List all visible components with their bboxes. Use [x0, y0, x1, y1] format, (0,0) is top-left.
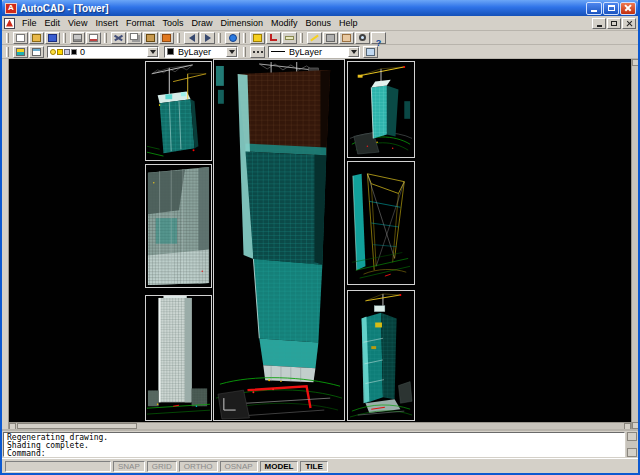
- menu-dimension[interactable]: Dimension: [216, 16, 267, 30]
- copy-button[interactable]: [127, 32, 142, 44]
- scroll-down-button[interactable]: [632, 422, 639, 429]
- pan-button[interactable]: [339, 32, 354, 44]
- distance-icon: [285, 36, 294, 40]
- menu-insert[interactable]: Insert: [91, 16, 122, 30]
- status-toggle-model[interactable]: MODEL: [260, 461, 299, 472]
- status-toggle-ortho[interactable]: ORTHO: [179, 461, 218, 472]
- child-close-button[interactable]: [622, 18, 636, 29]
- dropdown-arrow-icon[interactable]: [147, 47, 158, 57]
- command-scroll-up-button[interactable]: [627, 432, 637, 441]
- layer-control-dropdown[interactable]: 0: [47, 46, 159, 58]
- docked-toolbar-edge: [2, 59, 9, 429]
- toolbar-grip: [243, 47, 246, 57]
- aerial-button[interactable]: [323, 32, 338, 44]
- command-window[interactable]: Regenerating drawing.Shading complete.Co…: [2, 429, 638, 458]
- close-button[interactable]: [620, 2, 636, 15]
- viewport-middle-right[interactable]: [347, 161, 415, 285]
- command-line-text: Regenerating drawing.: [7, 434, 621, 442]
- redo-icon: [205, 34, 211, 42]
- toolbar-grip: [300, 33, 303, 43]
- linetype-control-dropdown[interactable]: ByLayer: [268, 46, 360, 58]
- child-restore-button[interactable]: [607, 18, 621, 29]
- standard-toolbar: [2, 31, 638, 45]
- menu-items: FileEditViewInsertFormatToolsDrawDimensi…: [18, 16, 362, 30]
- linetype-button[interactable]: [250, 46, 265, 58]
- maximize-button[interactable]: [603, 2, 619, 15]
- status-toggle-osnap[interactable]: OSNAP: [220, 461, 258, 472]
- drawing-window-icon[interactable]: [4, 18, 15, 29]
- linetype-icon: [253, 51, 263, 53]
- drawing-area[interactable]: [9, 59, 631, 429]
- spell-icon: [89, 34, 98, 42]
- vertical-scrollbar[interactable]: [631, 59, 638, 429]
- menu-draw[interactable]: Draw: [187, 16, 216, 30]
- child-minimize-icon: [597, 25, 602, 27]
- browser-button[interactable]: [225, 32, 240, 44]
- title-bar[interactable]: AutoCAD - [Tower]: [2, 0, 638, 16]
- help-button[interactable]: [371, 32, 386, 44]
- spell-button[interactable]: [86, 32, 101, 44]
- make-layer-current-button[interactable]: [13, 46, 28, 58]
- paste-button[interactable]: [143, 32, 158, 44]
- scroll-left-button[interactable]: [9, 423, 16, 429]
- viewport-bottom-left[interactable]: [145, 295, 212, 421]
- print-icon: [73, 34, 82, 42]
- child-close-icon: [626, 20, 633, 27]
- menu-format[interactable]: Format: [122, 16, 159, 30]
- redraw-button[interactable]: [307, 32, 322, 44]
- distance-button[interactable]: [282, 32, 297, 44]
- zoom-icon: [359, 34, 366, 41]
- ucs-button[interactable]: [266, 32, 281, 44]
- coordinate-display: [5, 461, 111, 472]
- menu-tools[interactable]: Tools: [158, 16, 187, 30]
- command-scroll-down-button[interactable]: [627, 448, 637, 457]
- child-minimize-button[interactable]: [592, 18, 606, 29]
- menu-view[interactable]: View: [64, 16, 91, 30]
- status-toggle-snap[interactable]: SNAP: [113, 461, 145, 472]
- open-button[interactable]: [29, 32, 44, 44]
- command-scrollbar[interactable]: [626, 432, 637, 457]
- cut-button[interactable]: [111, 32, 126, 44]
- object-properties-toolbar: 0 ByLayer ByLayer: [2, 45, 638, 59]
- osnap-button[interactable]: [250, 32, 265, 44]
- color-control-dropdown[interactable]: ByLayer: [164, 46, 238, 58]
- status-toggle-grid[interactable]: GRID: [147, 461, 177, 472]
- viewport-middle-left[interactable]: [145, 164, 212, 288]
- menu-modify[interactable]: Modify: [267, 16, 302, 30]
- match-button[interactable]: [159, 32, 174, 44]
- scroll-right-button[interactable]: [624, 423, 631, 429]
- status-toggle-tile[interactable]: TILE: [300, 461, 327, 472]
- current-layer-name: 0: [78, 47, 147, 57]
- autocad-app-icon[interactable]: [5, 3, 17, 14]
- horizontal-scrollbar[interactable]: [9, 422, 631, 429]
- dropdown-arrow-icon[interactable]: [226, 47, 237, 57]
- command-history[interactable]: Regenerating drawing.Shading complete.Co…: [3, 432, 625, 457]
- menu-bonus[interactable]: Bonus: [302, 16, 336, 30]
- close-icon: [624, 4, 632, 12]
- current-linetype-sample: [271, 51, 285, 52]
- redo-button[interactable]: [200, 32, 215, 44]
- save-button[interactable]: [45, 32, 60, 44]
- layer-lock-icon: [64, 49, 70, 55]
- new-button[interactable]: [13, 32, 28, 44]
- maximize-icon: [608, 5, 615, 11]
- viewport-bottom-right[interactable]: [347, 290, 415, 421]
- zoom-button[interactable]: [355, 32, 370, 44]
- print-button[interactable]: [70, 32, 85, 44]
- undo-button[interactable]: [184, 32, 199, 44]
- minimize-button[interactable]: [586, 2, 602, 15]
- menu-help[interactable]: Help: [335, 16, 362, 30]
- scroll-up-button[interactable]: [632, 59, 639, 66]
- viewport-top-right[interactable]: [347, 61, 415, 158]
- scroll-thumb[interactable]: [17, 423, 137, 429]
- layers-button[interactable]: [29, 46, 44, 58]
- viewport-center-main[interactable]: [213, 59, 345, 421]
- layers-icon: [32, 48, 41, 56]
- dropdown-arrow-icon[interactable]: [348, 47, 359, 57]
- autocad-window: AutoCAD - [Tower] FileEditViewInsertForm…: [0, 0, 640, 475]
- viewport-top-left[interactable]: [145, 61, 212, 161]
- menu-file[interactable]: File: [18, 16, 41, 30]
- ucs-icon: [270, 34, 277, 41]
- properties-button[interactable]: [363, 46, 378, 58]
- menu-edit[interactable]: Edit: [41, 16, 65, 30]
